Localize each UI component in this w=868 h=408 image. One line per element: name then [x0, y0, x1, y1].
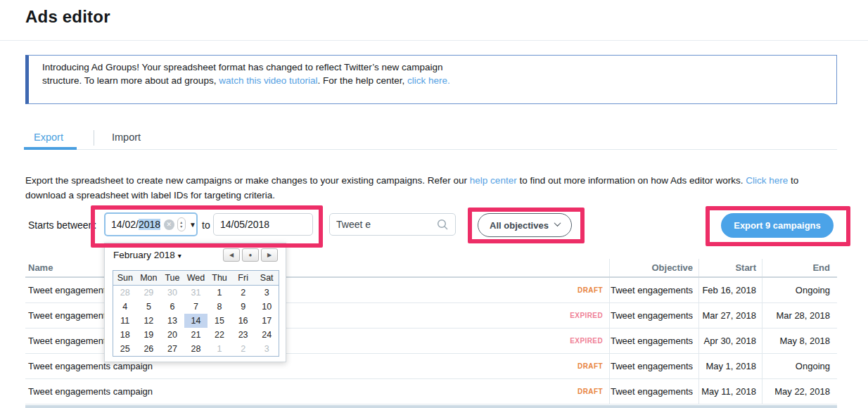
month-selector[interactable]: February 2018▾: [113, 250, 181, 260]
export-description: Export the spreadsheet to create new cam…: [25, 173, 838, 203]
objectives-dropdown[interactable]: All objectives: [478, 213, 572, 237]
day-header: Sat: [255, 271, 279, 286]
ad-groups-banner: Introducing Ad Groups! Your spreadsheet …: [25, 55, 837, 104]
page-title: Ads editor: [25, 7, 110, 27]
help-center-link[interactable]: help center: [470, 175, 517, 186]
today-dot-icon: ●: [249, 252, 253, 258]
calendar-day[interactable]: 6: [160, 300, 184, 314]
calendar-day[interactable]: 28: [184, 342, 208, 356]
calendar-day[interactable]: 23: [231, 328, 255, 342]
calendar-day[interactable]: 31: [184, 286, 208, 300]
calendar-day-selected[interactable]: 14: [184, 314, 208, 328]
calendar-day[interactable]: 7: [184, 300, 208, 314]
calendar-day[interactable]: 15: [208, 314, 231, 328]
column-header-end[interactable]: End: [762, 259, 837, 276]
search-value: Tweet e: [336, 219, 371, 230]
calendar-day[interactable]: 11: [113, 314, 137, 328]
calendar-day[interactable]: 25: [113, 342, 137, 356]
day-header: Fri: [231, 271, 255, 286]
start-date-input[interactable]: 14/02/2018 ✕ ▴▾ ▼: [104, 212, 198, 236]
calendar-day[interactable]: 30: [160, 286, 184, 300]
calendar-day[interactable]: 16: [231, 314, 255, 328]
campaign-objective: Tweet engagements: [609, 354, 698, 378]
campaign-start: Mar 27, 2018: [698, 303, 762, 328]
day-header: Wed: [184, 271, 208, 286]
today-button[interactable]: ●: [242, 248, 259, 262]
starts-between-label: Starts between:: [28, 219, 96, 231]
tab-separator: [94, 130, 94, 146]
calendar-day[interactable]: 5: [137, 300, 161, 314]
calendar-day[interactable]: 27: [160, 342, 184, 356]
next-icon: ▶: [267, 252, 272, 258]
search-icon: [437, 219, 449, 231]
calendar-day[interactable]: 1: [208, 342, 231, 356]
campaign-objective: Tweet engagements: [609, 278, 698, 302]
objectives-label: All objectives: [490, 220, 549, 231]
calendar-day[interactable]: 3: [255, 342, 279, 356]
start-date-selected-segment: 2018: [139, 219, 160, 230]
calendar-day[interactable]: 29: [137, 286, 161, 300]
calendar-day[interactable]: 21: [184, 328, 208, 342]
search-input[interactable]: Tweet e: [329, 213, 456, 236]
calendar-day[interactable]: 2: [231, 286, 255, 300]
download-click-here-link[interactable]: Click here: [746, 175, 788, 186]
calendar-day[interactable]: 18: [113, 328, 137, 342]
calendar-day[interactable]: 1: [208, 286, 231, 300]
stepper-icon[interactable]: ▴▾: [177, 217, 186, 231]
tab-export[interactable]: Export: [34, 132, 63, 143]
campaign-end: Ongoing: [762, 354, 837, 378]
table-row[interactable]: Tweet engagements campaignDRAFT Tweet en…: [25, 379, 837, 404]
tab-import[interactable]: Import: [112, 132, 141, 143]
start-date-value: 14/02/: [111, 219, 139, 230]
caret-down-icon[interactable]: ▼: [189, 221, 196, 229]
month-caret-icon: ▾: [178, 252, 181, 260]
calendar-day[interactable]: 19: [137, 328, 161, 342]
calendar-day[interactable]: 4: [113, 300, 137, 314]
calendar-day[interactable]: 13: [160, 314, 184, 328]
prev-icon: ◀: [229, 252, 234, 258]
stepper-down-icon[interactable]: ▾: [180, 224, 182, 229]
chevron-down-icon: [554, 219, 561, 227]
banner-text-mid: . For the help center,: [317, 75, 407, 86]
calendar-day[interactable]: 26: [137, 342, 161, 356]
next-row-edge: [25, 405, 837, 408]
calendar-day[interactable]: 2: [231, 342, 255, 356]
video-tutorial-link[interactable]: watch this video tutorial: [219, 75, 317, 86]
banner-text: Introducing Ad Groups! Your spreadsheet …: [42, 60, 454, 87]
calendar-day[interactable]: 8: [208, 300, 231, 314]
calendar-day[interactable]: 10: [255, 300, 279, 314]
calendar-day[interactable]: 22: [208, 328, 231, 342]
desc-part1: Export the spreadsheet to create new cam…: [25, 175, 470, 186]
calendar-day[interactable]: 24: [255, 328, 279, 342]
day-header: Mon: [137, 271, 161, 286]
clear-icon[interactable]: ✕: [164, 219, 174, 230]
campaign-end: Ongoing: [762, 278, 837, 302]
column-header-objective[interactable]: Objective: [609, 259, 698, 276]
date-picker-popup: February 2018▾ ◀ ● ▶ Sun Mon Tue Wed Thu…: [104, 243, 286, 362]
desc-part2: to find out more information on how Ads …: [517, 175, 746, 186]
calendar-day[interactable]: 9: [231, 300, 255, 314]
next-month-button[interactable]: ▶: [261, 248, 278, 262]
calendar-day[interactable]: 20: [160, 328, 184, 342]
campaign-objective: Tweet engagements: [609, 379, 698, 404]
click-here-link[interactable]: click here.: [407, 75, 450, 86]
end-date-input[interactable]: 14/05/2018: [213, 213, 313, 236]
calendar-day[interactable]: 3: [255, 286, 279, 300]
export-campaigns-button[interactable]: Export 9 campaigns: [721, 213, 834, 238]
calendar-day[interactable]: 17: [255, 314, 279, 328]
campaign-start: May 1, 2018: [698, 354, 762, 378]
end-date-value: 14/05/2018: [220, 219, 269, 230]
calendar-day[interactable]: 28: [113, 286, 137, 300]
to-label: to: [202, 219, 210, 231]
active-tab-underline: [24, 147, 77, 150]
prev-month-button[interactable]: ◀: [223, 248, 240, 262]
status-badge: DRAFT: [577, 286, 609, 294]
column-header-start[interactable]: Start: [698, 259, 762, 276]
header-divider: [0, 40, 868, 41]
status-badge: DRAFT: [577, 362, 609, 370]
campaign-end: May 8, 2018: [762, 329, 837, 353]
campaign-start: Feb 16, 2018: [698, 278, 762, 302]
calendar-grid: Sun Mon Tue Wed Thu Fri Sat 28 29 30 31 …: [113, 270, 279, 357]
campaign-objective: Tweet engagements: [609, 303, 698, 328]
calendar-day[interactable]: 12: [137, 314, 161, 328]
